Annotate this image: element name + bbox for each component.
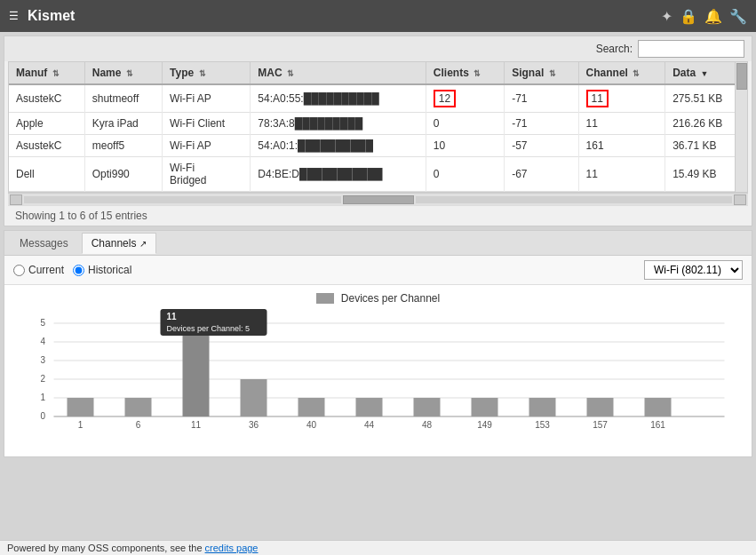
col-clients[interactable]: Clients ⇅ (426, 62, 504, 84)
current-radio[interactable] (13, 265, 25, 276)
bar-ch36 (241, 379, 267, 416)
gear-icon[interactable]: 🔧 (729, 8, 747, 25)
cell-clients: 10 (426, 135, 504, 157)
app-title: Kismet (28, 8, 652, 24)
col-mac[interactable]: MAC ⇅ (251, 62, 426, 84)
svg-text:48: 48 (422, 420, 433, 430)
bar-chart: 0 1 2 3 4 5 1 6 11 (13, 308, 743, 450)
clients-highlight: 12 (434, 90, 456, 107)
svg-text:44: 44 (364, 420, 375, 430)
cell-name: Kyra iPad (84, 113, 162, 135)
col-type[interactable]: Type ⇅ (163, 62, 251, 84)
svg-text:5: 5 (41, 318, 46, 328)
cell-type: Wi-Fi Client (163, 113, 251, 135)
statusbar-text: Powered by many OSS components, see the (7, 543, 205, 553)
showing-entries: Showing 1 to 6 of 15 entries (15, 210, 147, 222)
bar-ch48 (414, 398, 441, 416)
tab-messages[interactable]: Messages (10, 233, 78, 254)
cell-type: Wi-FiBridged (163, 157, 251, 192)
credits-link[interactable]: credits page (205, 543, 259, 553)
cell-clients: 0 (426, 113, 504, 135)
svg-text:149: 149 (477, 420, 492, 430)
cell-manuf: AsustekC (9, 135, 84, 157)
horizontal-scrollbar[interactable] (8, 193, 748, 205)
bell-icon[interactable]: 🔔 (704, 8, 722, 25)
bar-ch161 (645, 398, 672, 416)
cell-channel: 11 (578, 157, 665, 192)
col-signal[interactable]: Signal ⇅ (505, 62, 578, 84)
svg-text:153: 153 (535, 420, 550, 430)
search-bar: Search: (4, 36, 752, 61)
bar-ch44 (356, 398, 383, 416)
bar-ch153 (529, 398, 556, 416)
scrollbar-thumb[interactable] (736, 63, 747, 90)
cell-manuf: Apple (9, 113, 84, 135)
cell-mac: 54:A0:1:██████████ (251, 135, 426, 157)
cell-manuf: Dell (9, 157, 84, 192)
svg-text:2: 2 (41, 374, 46, 384)
historical-radio[interactable] (73, 265, 84, 276)
chart-title-row: Devices per Channel (13, 292, 743, 305)
cell-signal: -71 (505, 84, 578, 113)
svg-text:3: 3 (41, 355, 46, 365)
tooltip-label: Devices per Channel: 5 (167, 324, 251, 333)
tab-channels[interactable]: Channels ↗ (82, 233, 156, 254)
bar-ch40 (298, 398, 325, 416)
top-icons: ✦ 🔒 🔔 🔧 (661, 8, 747, 25)
device-table-wrap: Manuf ⇅ Name ⇅ Type ⇅ MAC ⇅ Clients ⇅ Si… (8, 61, 748, 193)
col-name[interactable]: Name ⇅ (84, 62, 162, 84)
current-radio-group: Current (13, 264, 64, 276)
cell-clients: 0 (426, 157, 504, 192)
menu-icon[interactable]: ☰ (9, 10, 19, 22)
locate-icon[interactable]: ✦ (661, 8, 672, 25)
cell-channel: 161 (578, 135, 665, 157)
cell-type: Wi-Fi AP (163, 84, 251, 113)
svg-text:11: 11 (191, 420, 202, 430)
cell-name: shutmeoff (84, 84, 162, 113)
svg-text:1: 1 (78, 420, 84, 430)
bottom-panel: Messages Channels ↗ Current Historical W… (4, 230, 752, 457)
svg-text:36: 36 (249, 420, 259, 430)
tab-bar: Messages Channels ↗ (4, 231, 752, 256)
svg-text:6: 6 (136, 420, 141, 430)
cell-channel: 11 (578, 84, 665, 113)
statusbar: Powered by many OSS components, see the … (0, 540, 756, 555)
lock-icon[interactable]: 🔒 (680, 8, 697, 25)
svg-text:4: 4 (41, 337, 46, 346)
device-table: Manuf ⇅ Name ⇅ Type ⇅ MAC ⇅ Clients ⇅ Si… (9, 62, 747, 192)
bar-ch6 (125, 398, 152, 416)
bar-ch11 (183, 323, 210, 416)
svg-text:157: 157 (593, 420, 608, 430)
cell-name: Opti990 (84, 157, 162, 192)
cell-mac: 54:A0:55:██████████ (251, 84, 426, 113)
cell-mac: 78:3A:8█████████ (251, 113, 426, 135)
cell-signal: -67 (505, 157, 578, 192)
main-panel: Search: Manuf ⇅ Name ⇅ Type ⇅ MAC ⇅ Clie… (4, 36, 752, 226)
current-label[interactable]: Current (28, 264, 64, 276)
table-row: Dell Opti990 Wi-FiBridged D4:BE:D███████… (9, 157, 747, 192)
channel-highlight: 11 (586, 90, 609, 107)
historical-radio-group: Historical (73, 264, 131, 276)
cell-clients: 12 (426, 84, 504, 113)
tooltip-channel: 11 (167, 312, 178, 321)
search-label: Search: (596, 43, 633, 55)
chart-area: Devices per Channel 0 1 2 3 4 5 1 (4, 285, 752, 456)
svg-text:161: 161 (650, 420, 665, 430)
cell-signal: -71 (505, 113, 578, 135)
bar-ch149 (472, 398, 498, 416)
col-manuf[interactable]: Manuf ⇅ (9, 62, 84, 84)
col-channel[interactable]: Channel ⇅ (578, 62, 665, 84)
wifi-selector[interactable]: Wi-Fi (802.11) (644, 260, 743, 280)
chart-controls: Current Historical Wi-Fi (802.11) (4, 256, 752, 285)
expand-icon: ↗ (139, 239, 147, 249)
legend-color (316, 293, 334, 304)
topbar: ☰ Kismet ✦ 🔒 🔔 🔧 (0, 0, 756, 32)
table-row: AsustekC shutmeoff Wi-Fi AP 54:A0:55:███… (9, 84, 747, 113)
bar-ch157 (587, 398, 614, 416)
cell-type: Wi-Fi AP (163, 135, 251, 157)
historical-label[interactable]: Historical (88, 264, 131, 276)
table-row: Apple Kyra iPad Wi-Fi Client 78:3A:8████… (9, 113, 747, 135)
vertical-scrollbar[interactable] (735, 62, 747, 192)
cell-channel: 11 (578, 113, 665, 135)
search-input[interactable] (638, 40, 744, 58)
